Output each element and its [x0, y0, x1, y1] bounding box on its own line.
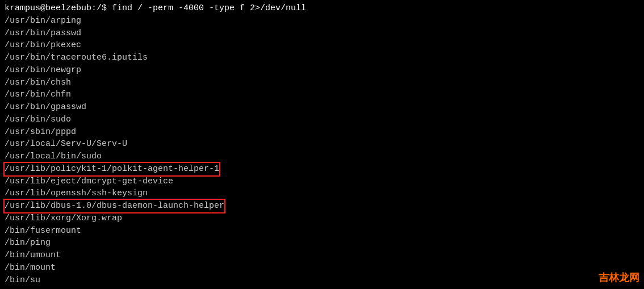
terminal-output-line: /usr/local/Serv-U/Serv-U: [5, 138, 639, 150]
highlighted-path: /usr/lib/policykit-1/polkit-agent-helper…: [5, 163, 219, 175]
terminal-output-line: /bin/su: [5, 274, 639, 287]
terminal-output-line: /usr/bin/pkexec: [5, 39, 639, 52]
terminal-output-line: /bin/ping: [5, 237, 639, 249]
terminal-output-line: /usr/sbin/pppd: [5, 126, 639, 139]
terminal-output-line: /usr/lib/eject/dmcrypt-get-device: [5, 175, 639, 188]
terminal-output-line: /usr/bin/newgrp: [5, 64, 639, 77]
highlighted-path: /usr/lib/dbus-1.0/dbus-daemon-launch-hel…: [5, 200, 224, 212]
terminal-output-line: /usr/bin/gpasswd: [5, 101, 639, 114]
terminal-output-line: /usr/bin/passwd: [5, 27, 639, 40]
terminal-output-line: /usr/bin/chfn: [5, 89, 639, 101]
terminal-output-line: /usr/bin/traceroute6.iputils: [5, 52, 639, 64]
terminal-output-line: /usr/bin/arping: [5, 15, 639, 27]
terminal-output-line: /usr/lib/xorg/Xorg.wrap: [5, 212, 639, 225]
terminal-output-line: /bin/mount: [5, 262, 639, 274]
prompt-line: krampus@beelzebub:/$ find / -perm -4000 …: [5, 2, 639, 15]
watermark: 吉林龙网: [599, 271, 639, 284]
terminal-output-line: /usr/lib/openssh/ssh-keysign: [5, 187, 639, 200]
terminal-output-line: /bin/umount: [5, 249, 639, 262]
terminal-output-line: /usr/lib/dbus-1.0/dbus-daemon-launch-hel…: [5, 200, 639, 212]
terminal-output-line: /usr/bin/chsh: [5, 77, 639, 89]
prompt-text: krampus@beelzebub:/$ find / -perm -4000 …: [5, 3, 306, 13]
terminal-window: krampus@beelzebub:/$ find / -perm -4000 …: [0, 0, 644, 289]
terminal-output-line: /usr/local/bin/sudo: [5, 150, 639, 163]
terminal-output-line: /usr/lib/policykit-1/polkit-agent-helper…: [5, 163, 639, 175]
terminal-output-line: /bin/fusermount: [5, 225, 639, 237]
terminal-output-line: /usr/bin/sudo: [5, 114, 639, 126]
